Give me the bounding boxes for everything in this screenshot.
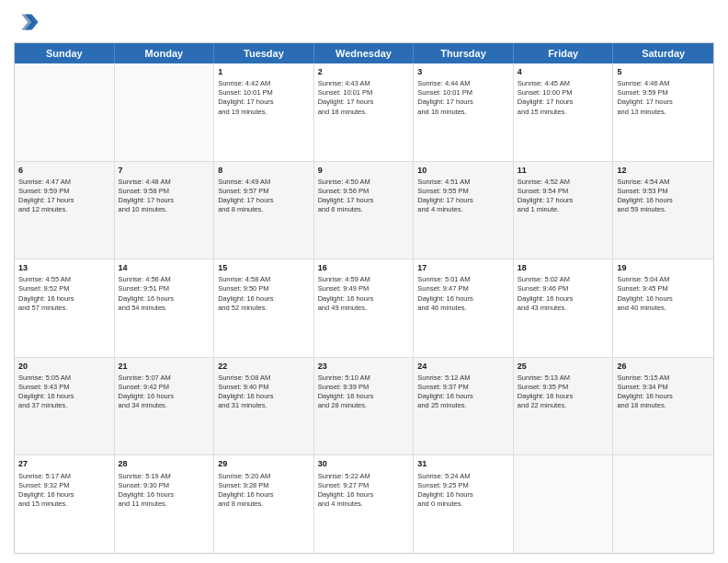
day-info: Sunrise: 4:46 AM Sunset: 9:59 PM Dayligh… <box>617 79 710 117</box>
day-info: Sunrise: 5:10 AM Sunset: 9:39 PM Dayligh… <box>318 373 410 411</box>
day-number: 18 <box>518 262 609 273</box>
day-number: 27 <box>18 458 110 469</box>
day-number: 22 <box>218 361 310 372</box>
day-number: 6 <box>18 165 110 176</box>
day-cell-6: 6Sunrise: 4:47 AM Sunset: 9:59 PM Daylig… <box>15 162 115 259</box>
day-info: Sunrise: 5:15 AM Sunset: 9:34 PM Dayligh… <box>617 373 710 411</box>
day-cell-9: 9Sunrise: 4:50 AM Sunset: 9:56 PM Daylig… <box>314 162 415 259</box>
header-day-tuesday: Tuesday <box>214 43 314 63</box>
day-info: Sunrise: 4:58 AM Sunset: 9:50 PM Dayligh… <box>218 275 310 313</box>
day-cell-11: 11Sunrise: 4:52 AM Sunset: 9:54 PM Dayli… <box>514 162 614 259</box>
day-number: 29 <box>218 458 310 469</box>
day-number: 19 <box>617 262 710 273</box>
day-number: 14 <box>119 262 210 273</box>
day-info: Sunrise: 5:20 AM Sunset: 9:28 PM Dayligh… <box>218 472 310 510</box>
day-cell-23: 23Sunrise: 5:10 AM Sunset: 9:39 PM Dayli… <box>314 358 415 455</box>
calendar-row-4: 27Sunrise: 5:17 AM Sunset: 9:32 PM Dayli… <box>15 455 713 553</box>
day-cell-18: 18Sunrise: 5:02 AM Sunset: 9:46 PM Dayli… <box>514 259 614 357</box>
header-day-thursday: Thursday <box>414 43 514 63</box>
day-cell-5: 5Sunrise: 4:46 AM Sunset: 9:59 PM Daylig… <box>613 63 713 161</box>
day-number: 28 <box>119 458 210 469</box>
day-info: Sunrise: 5:19 AM Sunset: 9:30 PM Dayligh… <box>119 472 210 510</box>
header-day-sunday: Sunday <box>15 43 115 63</box>
day-number: 7 <box>119 165 210 176</box>
day-number: 12 <box>617 165 710 176</box>
day-number: 2 <box>318 66 410 77</box>
day-cell-15: 15Sunrise: 4:58 AM Sunset: 9:50 PM Dayli… <box>214 259 314 357</box>
day-info: Sunrise: 4:54 AM Sunset: 9:53 PM Dayligh… <box>617 178 710 215</box>
day-cell-21: 21Sunrise: 5:07 AM Sunset: 9:42 PM Dayli… <box>115 358 215 455</box>
day-number: 5 <box>617 66 710 77</box>
empty-cell-0-0 <box>15 63 115 161</box>
page: SundayMondayTuesdayWednesdayThursdayFrid… <box>0 0 728 563</box>
day-info: Sunrise: 4:51 AM Sunset: 9:55 PM Dayligh… <box>417 178 509 215</box>
header-day-wednesday: Wednesday <box>314 43 415 63</box>
day-info: Sunrise: 5:22 AM Sunset: 9:27 PM Dayligh… <box>318 472 410 510</box>
logo <box>14 9 43 35</box>
day-number: 23 <box>318 361 410 372</box>
day-info: Sunrise: 5:07 AM Sunset: 9:42 PM Dayligh… <box>119 373 210 411</box>
day-number: 30 <box>318 458 410 469</box>
day-cell-2: 2Sunrise: 4:43 AM Sunset: 10:01 PM Dayli… <box>314 63 415 161</box>
day-cell-30: 30Sunrise: 5:22 AM Sunset: 9:27 PM Dayli… <box>314 455 415 553</box>
day-cell-22: 22Sunrise: 5:08 AM Sunset: 9:40 PM Dayli… <box>214 358 314 455</box>
day-cell-14: 14Sunrise: 4:56 AM Sunset: 9:51 PM Dayli… <box>115 259 215 357</box>
day-cell-26: 26Sunrise: 5:15 AM Sunset: 9:34 PM Dayli… <box>613 358 713 455</box>
calendar: SundayMondayTuesdayWednesdayThursdayFrid… <box>14 42 714 554</box>
day-number: 15 <box>218 262 310 273</box>
day-info: Sunrise: 5:04 AM Sunset: 9:45 PM Dayligh… <box>617 275 710 313</box>
day-cell-27: 27Sunrise: 5:17 AM Sunset: 9:32 PM Dayli… <box>15 455 115 553</box>
day-cell-28: 28Sunrise: 5:19 AM Sunset: 9:30 PM Dayli… <box>115 455 215 553</box>
day-info: Sunrise: 5:01 AM Sunset: 9:47 PM Dayligh… <box>417 275 509 313</box>
day-info: Sunrise: 4:45 AM Sunset: 10:00 PM Daylig… <box>518 79 609 117</box>
day-info: Sunrise: 4:42 AM Sunset: 10:01 PM Daylig… <box>218 79 310 117</box>
day-info: Sunrise: 5:05 AM Sunset: 9:43 PM Dayligh… <box>18 373 110 411</box>
day-number: 4 <box>518 66 609 77</box>
day-info: Sunrise: 5:02 AM Sunset: 9:46 PM Dayligh… <box>518 275 609 313</box>
day-number: 17 <box>417 262 509 273</box>
empty-cell-0-1 <box>115 63 215 161</box>
day-info: Sunrise: 5:17 AM Sunset: 9:32 PM Dayligh… <box>18 472 110 510</box>
day-number: 24 <box>417 361 509 372</box>
day-cell-8: 8Sunrise: 4:49 AM Sunset: 9:57 PM Daylig… <box>214 162 314 259</box>
day-info: Sunrise: 4:47 AM Sunset: 9:59 PM Dayligh… <box>18 178 110 215</box>
day-number: 1 <box>218 66 310 77</box>
day-number: 21 <box>119 361 210 372</box>
logo-icon <box>14 9 40 35</box>
empty-cell-4-6 <box>613 455 713 553</box>
header <box>14 9 714 35</box>
day-cell-17: 17Sunrise: 5:01 AM Sunset: 9:47 PM Dayli… <box>414 259 514 357</box>
day-number: 3 <box>417 66 509 77</box>
calendar-row-1: 6Sunrise: 4:47 AM Sunset: 9:59 PM Daylig… <box>15 162 713 260</box>
empty-cell-4-5 <box>514 455 614 553</box>
day-info: Sunrise: 5:13 AM Sunset: 9:35 PM Dayligh… <box>518 373 609 411</box>
day-info: Sunrise: 4:56 AM Sunset: 9:51 PM Dayligh… <box>119 275 210 313</box>
day-info: Sunrise: 4:50 AM Sunset: 9:56 PM Dayligh… <box>318 178 410 215</box>
day-info: Sunrise: 4:52 AM Sunset: 9:54 PM Dayligh… <box>518 178 609 215</box>
day-info: Sunrise: 5:24 AM Sunset: 9:25 PM Dayligh… <box>417 472 509 510</box>
day-number: 10 <box>417 165 509 176</box>
day-number: 26 <box>617 361 710 372</box>
day-info: Sunrise: 5:08 AM Sunset: 9:40 PM Dayligh… <box>218 373 310 411</box>
day-number: 31 <box>417 458 509 469</box>
day-number: 11 <box>518 165 609 176</box>
day-cell-25: 25Sunrise: 5:13 AM Sunset: 9:35 PM Dayli… <box>514 358 614 455</box>
day-number: 16 <box>318 262 410 273</box>
header-day-friday: Friday <box>514 43 614 63</box>
day-cell-31: 31Sunrise: 5:24 AM Sunset: 9:25 PM Dayli… <box>414 455 514 553</box>
calendar-header: SundayMondayTuesdayWednesdayThursdayFrid… <box>15 43 713 63</box>
day-number: 9 <box>318 165 410 176</box>
day-number: 20 <box>18 361 110 372</box>
calendar-row-2: 13Sunrise: 4:55 AM Sunset: 9:52 PM Dayli… <box>15 259 713 358</box>
day-number: 25 <box>518 361 609 372</box>
day-info: Sunrise: 4:43 AM Sunset: 10:01 PM Daylig… <box>318 79 410 117</box>
day-cell-1: 1Sunrise: 4:42 AM Sunset: 10:01 PM Dayli… <box>214 63 314 161</box>
header-day-saturday: Saturday <box>613 43 713 63</box>
day-info: Sunrise: 4:55 AM Sunset: 9:52 PM Dayligh… <box>18 275 110 313</box>
day-cell-4: 4Sunrise: 4:45 AM Sunset: 10:00 PM Dayli… <box>514 63 614 161</box>
day-number: 13 <box>18 262 110 273</box>
day-number: 8 <box>218 165 310 176</box>
day-info: Sunrise: 4:49 AM Sunset: 9:57 PM Dayligh… <box>218 178 310 215</box>
calendar-row-0: 1Sunrise: 4:42 AM Sunset: 10:01 PM Dayli… <box>15 63 713 162</box>
day-info: Sunrise: 4:44 AM Sunset: 10:01 PM Daylig… <box>417 79 509 117</box>
